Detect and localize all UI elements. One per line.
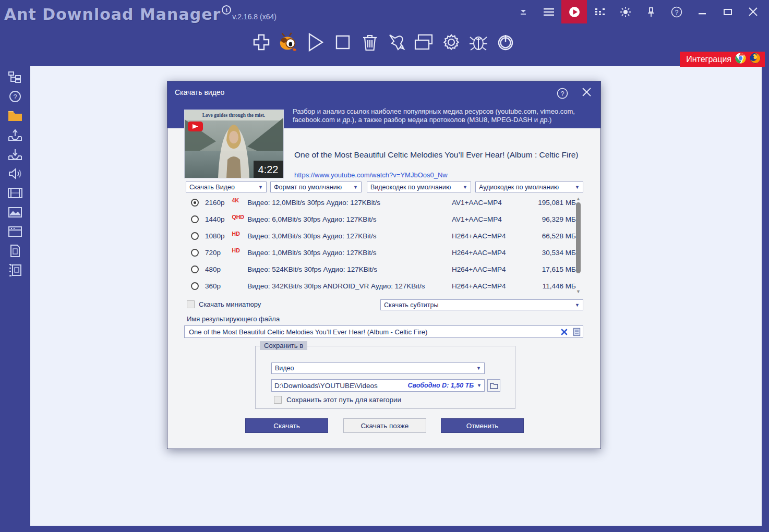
subtitles-select[interactable]: Скачать субтитры▼ xyxy=(380,299,583,310)
scrollbar-thumb[interactable] xyxy=(576,202,581,273)
download-button[interactable]: Скачать xyxy=(245,418,328,433)
scroll-up-icon[interactable]: ▲ xyxy=(575,196,582,201)
category-select[interactable]: Видео▼ xyxy=(271,362,485,374)
theme-icon[interactable] xyxy=(612,0,638,23)
svg-text:?: ? xyxy=(675,8,678,16)
video-icon[interactable] xyxy=(7,187,23,199)
svg-text:?: ? xyxy=(13,93,17,101)
tray-arrow-icon[interactable] xyxy=(510,0,536,23)
layers-icon[interactable] xyxy=(413,30,435,54)
rocket-icon[interactable] xyxy=(386,30,408,54)
cancel-button[interactable]: Отменить xyxy=(441,418,524,433)
save-path-field[interactable]: D:\Downloads\YOUTUBE\Videos Свободно D: … xyxy=(271,379,485,392)
codec-label: H264+AAC=MP4 xyxy=(452,232,516,240)
radio-icon[interactable] xyxy=(191,282,199,290)
codec-label: AV1+AAC=MP4 xyxy=(452,215,516,223)
ant-mascot-icon[interactable] xyxy=(278,30,299,54)
download-video-dialog: Скачать видео ? Разбор и анализ ссылок н… xyxy=(167,81,601,449)
chevron-down-icon: ▼ xyxy=(575,185,580,190)
media-grabber-icon[interactable] xyxy=(561,0,587,23)
filename-input[interactable] xyxy=(185,328,558,336)
file-size: 66,528 МБ xyxy=(516,232,576,240)
save-path-for-category-label: Сохранить этот путь для категории xyxy=(286,396,401,404)
category-sidebar: ? xyxy=(0,66,30,532)
dialog-help-icon[interactable]: ? xyxy=(557,88,568,101)
video-codec-select[interactable]: Видеокодек по умолчанию▼ xyxy=(367,182,471,192)
save-to-legend: Сохранить в xyxy=(260,341,307,350)
settings-icon[interactable] xyxy=(440,30,462,54)
upload-box-icon[interactable] xyxy=(7,129,23,141)
categories-tree-icon[interactable] xyxy=(7,71,23,83)
maximize-icon[interactable] xyxy=(715,0,740,23)
format-row-2160p[interactable]: 2160p 4K Видео: 12,0MBit/s 30fps Аудио: … xyxy=(186,194,576,211)
radio-selected-icon[interactable] xyxy=(191,199,199,207)
download-type-value: Скачать Видео xyxy=(189,184,235,191)
integration-badge[interactable]: Интеграция xyxy=(680,52,765,67)
codec-label: H264+AAC=MP4 xyxy=(452,249,516,257)
folder-icon[interactable] xyxy=(7,110,23,122)
stop-icon[interactable] xyxy=(332,30,354,54)
format-row-480p[interactable]: 480p Видео: 524KBit/s 30fps Аудио: 127KB… xyxy=(186,261,576,277)
save-path-for-category-checkbox[interactable] xyxy=(274,396,282,404)
stream-details: Видео: 6,0MBit/s 30fps Аудио: 127KBit/s xyxy=(247,215,452,223)
format-row-720p[interactable]: 720p HD Видео: 1,0MBit/s 30fps Аудио: 12… xyxy=(186,244,576,261)
audio-icon[interactable] xyxy=(7,167,23,179)
clear-filename-icon[interactable] xyxy=(558,329,570,335)
help-icon[interactable]: ? xyxy=(664,0,689,23)
subtitles-value: Скачать субтитры xyxy=(384,301,439,309)
menu-icon[interactable] xyxy=(536,0,561,23)
download-later-button[interactable]: Скачать позже xyxy=(343,418,426,433)
unknown-icon[interactable]: ? xyxy=(7,90,23,102)
delete-icon[interactable] xyxy=(359,30,381,54)
app-version: v.2.16.8 (x64) xyxy=(232,13,277,21)
add-icon[interactable] xyxy=(250,30,272,54)
radio-icon[interactable] xyxy=(191,215,199,223)
format-list: 2160p 4K Видео: 12,0MBit/s 30fps Аудио: … xyxy=(186,194,576,294)
firefox-icon xyxy=(750,53,761,66)
browse-folder-button[interactable] xyxy=(487,379,500,392)
format-row-1080p[interactable]: 1080p HD Видео: 3,0MBit/s 30fps Аудио: 1… xyxy=(186,227,576,244)
image-icon[interactable] xyxy=(7,206,23,218)
codec-label: AV1+AAC=MP4 xyxy=(452,199,516,207)
save-path-value: D:\Downloads\YOUTUBE\Videos xyxy=(274,382,407,390)
chevron-down-icon: ▼ xyxy=(477,383,482,388)
pin-icon[interactable] xyxy=(638,0,664,23)
stream-details: Видео: 1,0MBit/s 30fps Аудио: 127KBit/s xyxy=(247,249,452,257)
format-row-360p[interactable]: 360p Видео: 342KBit/s 30fps ANDROID_VR А… xyxy=(186,277,576,294)
columns-icon[interactable] xyxy=(587,0,612,23)
file-size: 11,446 МБ xyxy=(516,282,576,290)
close-icon[interactable] xyxy=(740,0,766,23)
scroll-down-icon[interactable]: ▼ xyxy=(575,289,582,294)
start-icon[interactable] xyxy=(305,30,327,54)
program-icon[interactable] xyxy=(7,264,23,276)
chevron-down-icon: ▼ xyxy=(353,185,358,190)
chevron-down-icon: ▼ xyxy=(476,366,481,371)
filename-template-icon[interactable] xyxy=(570,328,583,336)
video-url-link[interactable]: https://www.youtube.com/watch?v=YMJbOos0… xyxy=(294,171,448,179)
format-row-1440p[interactable]: 1440p QHD Видео: 6,0MBit/s 30fps Аудио: … xyxy=(186,211,576,227)
power-icon[interactable] xyxy=(495,30,516,54)
app-title: Ant Download Manager xyxy=(4,5,221,23)
app-logo: Ant Download Manager t v.2.16.8 (x64) xyxy=(4,5,277,23)
audio-codec-select[interactable]: Аудиокодек по умолчанию▼ xyxy=(475,182,583,192)
radio-icon[interactable] xyxy=(191,232,199,240)
document-icon[interactable] xyxy=(7,245,23,257)
resolution-label: 720p xyxy=(205,249,232,257)
radio-icon[interactable] xyxy=(191,249,199,257)
dialog-close-icon[interactable] xyxy=(582,88,591,99)
format-list-scrollbar[interactable]: ▲ ▼ xyxy=(575,196,582,294)
radio-icon[interactable] xyxy=(191,265,199,273)
format-select[interactable]: Формат по умолчанию▼ xyxy=(270,182,362,192)
minimize-icon[interactable] xyxy=(689,0,715,23)
download-box-icon[interactable] xyxy=(7,148,23,160)
stream-details: Видео: 342KBit/s 30fps ANDROID_VR Аудио:… xyxy=(247,282,452,290)
bug-icon[interactable] xyxy=(467,30,489,54)
file-size: 30,534 МБ xyxy=(516,249,576,257)
integration-label: Интеграция xyxy=(686,55,731,64)
download-thumbnail-checkbox[interactable] xyxy=(187,300,195,308)
download-type-select[interactable]: Скачать Видео▼ xyxy=(186,182,267,192)
webpage-icon[interactable] xyxy=(7,225,23,237)
chevron-down-icon: ▼ xyxy=(258,185,263,190)
codec-label: H264+AAC=MP4 xyxy=(452,265,516,273)
chevron-down-icon: ▼ xyxy=(575,303,580,308)
